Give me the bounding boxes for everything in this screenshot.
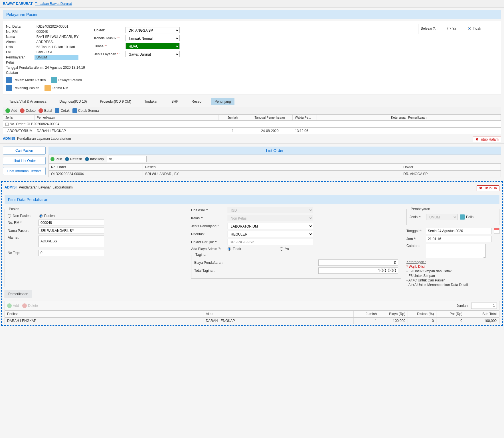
col-pemeriksaan[interactable]: Pemeriksaan: [35, 115, 218, 120]
tab-resep[interactable]: Resep: [188, 98, 205, 105]
terima-rm-link[interactable]: Terima RM: [44, 85, 68, 91]
jenis-bayar-select[interactable]: UMUM: [426, 214, 458, 220]
alamat-value: ADDRESS,: [35, 39, 54, 44]
breadcrumb-link[interactable]: Tindakan Rawat Darurat: [35, 2, 72, 6]
col-alias[interactable]: Alias: [203, 311, 354, 317]
triase-select[interactable]: HIJAU: [126, 43, 180, 49]
col-dokter[interactable]: Dokter: [401, 164, 501, 170]
col-subtotal[interactable]: Sub Total: [465, 311, 499, 317]
catatan-label: Catatan: [6, 70, 35, 75]
cell-waktu: 13:12:06: [293, 128, 317, 134]
col-biaya[interactable]: Biaya (Rp): [379, 311, 408, 317]
search-input[interactable]: [107, 156, 147, 162]
info-button[interactable]: Info/Help: [85, 157, 104, 161]
namapas-label: Nama Pasien:: [8, 229, 36, 233]
cell-periksa: DARAH LENGKAP: [5, 318, 203, 324]
tab-tindakan[interactable]: Tindakan: [141, 98, 162, 105]
penunjang-row[interactable]: LABORATORIUM DARAH LENGKAP 1 24-08-2020 …: [3, 127, 501, 134]
admisi-link-2[interactable]: Pendaftaran Layanan Laboratorium: [19, 185, 73, 191]
pelayanan-panel: No. DaftarIGD24082020-00001 No. RM000048…: [3, 21, 501, 94]
cetak-button[interactable]: Cetak: [55, 108, 69, 113]
col-jenis[interactable]: Jenis: [3, 115, 35, 120]
catatan-label-2: Catatan :: [406, 244, 424, 248]
close-button[interactable]: ✖ Tutup Halam: [473, 137, 501, 142]
riwayat-link[interactable]: Riwayat Pasien: [51, 77, 82, 83]
dokter-select[interactable]: DR. ANGGA SP: [126, 27, 180, 33]
total-input[interactable]: [318, 267, 398, 274]
info-terdata-button[interactable]: Lihat Informasi Terdata: [3, 167, 46, 175]
jenis-bayar-label: Jenis *:: [410, 215, 424, 219]
kelas-label: Kelas: [6, 60, 35, 65]
col-waktu[interactable]: Waktu Pe...: [293, 115, 317, 120]
list-order-button[interactable]: Lihat List Order: [3, 157, 46, 165]
col-tanggal[interactable]: Tanggal Pemeriksaan: [247, 115, 293, 120]
catatan-value: [35, 70, 35, 75]
biaya-tidak-radio[interactable]: Tidak: [228, 247, 241, 251]
close-button-2[interactable]: ✖ Tutup Ha: [477, 185, 499, 191]
pem-del-button: Delete: [22, 303, 38, 308]
jenis-layanan-select[interactable]: Gawat Darurat: [126, 51, 180, 57]
cetak-semua-button[interactable]: Cetak Semua: [72, 108, 99, 113]
alamat-input[interactable]: [39, 236, 104, 247]
dokterper-input[interactable]: [228, 239, 313, 245]
selesai-tidak-radio[interactable]: Tidak: [468, 27, 481, 31]
refresh-button[interactable]: Refresh: [65, 157, 82, 161]
col-jumlah[interactable]: Jumlah: [218, 115, 247, 120]
col-keterangan[interactable]: Keterangan Pemeriksaan: [317, 115, 501, 120]
cari-pasien-button[interactable]: Cari Pasien: [3, 147, 46, 155]
pasien-radio[interactable]: Pasien: [39, 214, 55, 218]
penunjang-toolbar: Add Delete Batal Cetak Cetak Semua: [3, 107, 501, 114]
biaya-ya-radio[interactable]: Ya: [280, 247, 289, 251]
col-no-order[interactable]: No. Order: [49, 164, 143, 170]
jenis-layanan-label: Jenis Layanan * :: [94, 52, 126, 56]
rekam-medis-link[interactable]: Rekam Medis Pasien: [6, 77, 46, 83]
col-diskon[interactable]: Diskon (%): [408, 311, 436, 317]
tab-vital[interactable]: Tanda Vital & Anamnesa: [6, 98, 50, 105]
norm-input[interactable]: [39, 220, 104, 226]
collapse-icon[interactable]: −: [5, 123, 9, 126]
col-pot[interactable]: Pot (Rp): [436, 311, 465, 317]
order-row[interactable]: OLB20200824-00004 SRI WULANDARI, BY DR. …: [48, 171, 501, 177]
selesai-ya-radio[interactable]: Ya: [447, 27, 456, 31]
tanggal-input[interactable]: [426, 228, 491, 234]
catatan-textarea[interactable]: [426, 244, 486, 258]
tab-diagnosa[interactable]: Diagnosa(ICD 10): [56, 98, 90, 105]
polis-button[interactable]: Polis: [460, 214, 473, 220]
check-icon: [50, 157, 54, 161]
bill-icon: [6, 85, 12, 91]
admisi-link[interactable]: Pendaftaran Layanan Laboratorium: [17, 137, 71, 142]
prioritas-select[interactable]: REGULER: [228, 231, 313, 237]
tab-bhp[interactable]: BHP: [168, 98, 182, 105]
lp-value: Laki - Laki: [35, 50, 52, 55]
order-group-row[interactable]: −No. Order: OLB20200824-00004: [3, 121, 501, 127]
pemeriksaan-toolbar: Add Delete Jumlah :: [5, 301, 499, 311]
col-jumlah-2[interactable]: Jumlah: [354, 311, 379, 317]
pemeriksaan-row[interactable]: DARAH LENGKAP DARAH LENGKAP 1 100,000 0 …: [5, 317, 499, 324]
notelp-input[interactable]: [39, 250, 104, 256]
calendar-icon[interactable]: [494, 228, 499, 234]
jenispen-select[interactable]: LABORATORIUM: [228, 223, 313, 229]
batal-button[interactable]: Batal: [39, 108, 52, 113]
tab-prosedur[interactable]: Prosedur(ICD 9 CM): [97, 98, 135, 105]
jumlah-input[interactable]: [471, 303, 497, 309]
kelas-select[interactable]: Non Kelas: [228, 215, 313, 221]
nama-value: BAYI SRI WULANDARI, BY: [35, 34, 78, 39]
cell-keterangan: [317, 128, 501, 134]
kondisi-select[interactable]: Tampak Normal: [126, 35, 180, 41]
add-button[interactable]: Add: [5, 108, 17, 113]
biaya-p-input[interactable]: [318, 259, 398, 266]
tab-penunjang[interactable]: Penunjang: [211, 98, 234, 105]
non-pasien-radio[interactable]: Non Pasien: [8, 214, 31, 218]
col-pasien[interactable]: Pasien: [143, 164, 401, 170]
admisi-sidebar: Cari Pasien Lihat List Order Lihat Infor…: [3, 147, 46, 177]
jam-input[interactable]: [426, 236, 491, 242]
cell-diskon: 0: [408, 318, 436, 324]
pemeriksaan-tab[interactable]: Pemeriksaan: [5, 290, 32, 298]
col-periksa[interactable]: Periksa: [5, 311, 203, 317]
rekening-link[interactable]: Rekening Pasien: [6, 85, 39, 91]
pilih-button[interactable]: Pilih: [50, 157, 62, 161]
unit-select[interactable]: IGD: [228, 207, 313, 213]
order-grid-header: No. Order Pasien Dokter: [48, 164, 501, 171]
namapas-input[interactable]: [39, 228, 104, 234]
delete-button[interactable]: Delete: [20, 108, 36, 113]
